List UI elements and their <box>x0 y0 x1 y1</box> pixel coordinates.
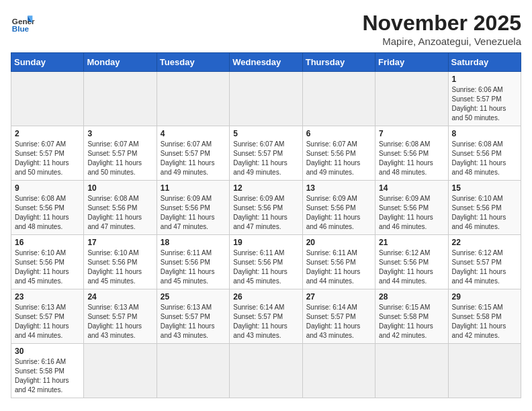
calendar-cell: 21Sunrise: 6:12 AM Sunset: 5:56 PM Dayli… <box>375 235 448 289</box>
calendar-cell: 26Sunrise: 6:14 AM Sunset: 5:57 PM Dayli… <box>230 289 302 344</box>
day-number: 13 <box>306 183 371 193</box>
day-info: Sunrise: 6:10 AM Sunset: 5:56 PM Dayligh… <box>15 248 80 286</box>
day-info: Sunrise: 6:14 AM Sunset: 5:57 PM Dayligh… <box>233 303 298 340</box>
day-info: Sunrise: 6:16 AM Sunset: 5:58 PM Dayligh… <box>15 357 80 395</box>
day-info: Sunrise: 6:10 AM Sunset: 5:56 PM Dayligh… <box>87 248 152 286</box>
calendar-week-1: 1Sunrise: 6:06 AM Sunset: 5:57 PM Daylig… <box>11 72 521 126</box>
calendar-cell: 29Sunrise: 6:15 AM Sunset: 5:58 PM Dayli… <box>448 289 521 344</box>
day-info: Sunrise: 6:07 AM Sunset: 5:57 PM Dayligh… <box>15 140 80 177</box>
day-number: 5 <box>233 129 298 138</box>
day-number: 27 <box>306 292 371 302</box>
calendar-cell: 1Sunrise: 6:06 AM Sunset: 5:57 PM Daylig… <box>448 72 521 126</box>
day-number: 1 <box>452 75 517 84</box>
calendar-cell <box>302 344 375 398</box>
calendar-week-3: 9Sunrise: 6:08 AM Sunset: 5:56 PM Daylig… <box>11 181 521 235</box>
logo-icon: General Blue <box>11 11 35 35</box>
day-number: 9 <box>15 183 80 193</box>
day-number: 30 <box>15 347 80 356</box>
calendar-cell <box>448 344 521 398</box>
day-number: 24 <box>87 292 152 302</box>
calendar-week-5: 23Sunrise: 6:13 AM Sunset: 5:57 PM Dayli… <box>11 289 521 344</box>
calendar-cell: 6Sunrise: 6:07 AM Sunset: 5:56 PM Daylig… <box>302 126 375 181</box>
calendar-cell <box>11 72 84 126</box>
day-info: Sunrise: 6:08 AM Sunset: 5:56 PM Dayligh… <box>87 194 152 232</box>
day-number: 4 <box>161 129 226 138</box>
day-info: Sunrise: 6:11 AM Sunset: 5:56 PM Dayligh… <box>161 248 226 286</box>
day-number: 14 <box>379 183 444 193</box>
calendar-cell: 17Sunrise: 6:10 AM Sunset: 5:56 PM Dayli… <box>84 235 157 289</box>
weekday-header-wednesday: Wednesday <box>230 53 302 72</box>
calendar-cell: 24Sunrise: 6:13 AM Sunset: 5:57 PM Dayli… <box>84 289 157 344</box>
day-info: Sunrise: 6:08 AM Sunset: 5:56 PM Dayligh… <box>15 194 80 232</box>
day-info: Sunrise: 6:07 AM Sunset: 5:57 PM Dayligh… <box>161 140 226 177</box>
page-header: General Blue November 2025 Mapire, Anzoa… <box>11 11 521 47</box>
day-number: 16 <box>15 238 80 247</box>
calendar-cell <box>84 344 157 398</box>
svg-text:Blue: Blue <box>12 24 30 33</box>
day-number: 29 <box>452 292 517 302</box>
weekday-header-tuesday: Tuesday <box>157 53 229 72</box>
day-number: 19 <box>233 238 298 247</box>
day-number: 8 <box>452 129 517 138</box>
calendar-cell: 11Sunrise: 6:09 AM Sunset: 5:56 PM Dayli… <box>157 181 229 235</box>
calendar-cell: 15Sunrise: 6:10 AM Sunset: 5:56 PM Dayli… <box>448 181 521 235</box>
day-info: Sunrise: 6:12 AM Sunset: 5:56 PM Dayligh… <box>379 248 444 286</box>
calendar-cell: 9Sunrise: 6:08 AM Sunset: 5:56 PM Daylig… <box>11 181 84 235</box>
calendar-cell: 12Sunrise: 6:09 AM Sunset: 5:56 PM Dayli… <box>230 181 302 235</box>
calendar-cell: 8Sunrise: 6:08 AM Sunset: 5:56 PM Daylig… <box>448 126 521 181</box>
calendar-table: SundayMondayTuesdayWednesdayThursdayFrid… <box>11 52 521 398</box>
weekday-header-thursday: Thursday <box>302 53 375 72</box>
day-info: Sunrise: 6:09 AM Sunset: 5:56 PM Dayligh… <box>161 194 226 232</box>
day-number: 22 <box>452 238 517 247</box>
day-info: Sunrise: 6:08 AM Sunset: 5:56 PM Dayligh… <box>379 140 444 177</box>
day-info: Sunrise: 6:13 AM Sunset: 5:57 PM Dayligh… <box>15 303 80 340</box>
day-number: 6 <box>306 129 371 138</box>
calendar-cell <box>157 72 229 126</box>
calendar-cell: 2Sunrise: 6:07 AM Sunset: 5:57 PM Daylig… <box>11 126 84 181</box>
calendar-cell <box>157 344 229 398</box>
calendar-cell: 10Sunrise: 6:08 AM Sunset: 5:56 PM Dayli… <box>84 181 157 235</box>
day-number: 2 <box>15 129 80 138</box>
day-info: Sunrise: 6:09 AM Sunset: 5:56 PM Dayligh… <box>233 194 298 232</box>
day-number: 11 <box>161 183 226 193</box>
calendar-cell: 18Sunrise: 6:11 AM Sunset: 5:56 PM Dayli… <box>157 235 229 289</box>
logo: General Blue <box>11 11 35 35</box>
calendar-cell: 7Sunrise: 6:08 AM Sunset: 5:56 PM Daylig… <box>375 126 448 181</box>
day-info: Sunrise: 6:12 AM Sunset: 5:57 PM Dayligh… <box>452 248 517 286</box>
calendar-cell: 23Sunrise: 6:13 AM Sunset: 5:57 PM Dayli… <box>11 289 84 344</box>
weekday-header-monday: Monday <box>84 53 157 72</box>
day-info: Sunrise: 6:07 AM Sunset: 5:57 PM Dayligh… <box>233 140 298 177</box>
day-info: Sunrise: 6:14 AM Sunset: 5:57 PM Dayligh… <box>306 303 371 340</box>
day-number: 10 <box>87 183 152 193</box>
weekday-row: SundayMondayTuesdayWednesdayThursdayFrid… <box>11 53 521 72</box>
calendar-body: 1Sunrise: 6:06 AM Sunset: 5:57 PM Daylig… <box>11 72 521 398</box>
day-info: Sunrise: 6:09 AM Sunset: 5:56 PM Dayligh… <box>379 194 444 232</box>
weekday-header-saturday: Saturday <box>448 53 521 72</box>
day-number: 15 <box>452 183 517 193</box>
calendar-cell <box>230 72 302 126</box>
day-number: 25 <box>161 292 226 302</box>
calendar-cell: 5Sunrise: 6:07 AM Sunset: 5:57 PM Daylig… <box>230 126 302 181</box>
day-info: Sunrise: 6:11 AM Sunset: 5:56 PM Dayligh… <box>233 248 298 286</box>
day-number: 26 <box>233 292 298 302</box>
calendar-cell <box>375 344 448 398</box>
day-info: Sunrise: 6:08 AM Sunset: 5:56 PM Dayligh… <box>452 140 517 177</box>
day-number: 17 <box>87 238 152 247</box>
calendar-cell: 14Sunrise: 6:09 AM Sunset: 5:56 PM Dayli… <box>375 181 448 235</box>
calendar-cell <box>84 72 157 126</box>
calendar-cell: 25Sunrise: 6:13 AM Sunset: 5:57 PM Dayli… <box>157 289 229 344</box>
calendar-cell: 30Sunrise: 6:16 AM Sunset: 5:58 PM Dayli… <box>11 344 84 398</box>
title-block: November 2025 Mapire, Anzoategui, Venezu… <box>362 11 521 47</box>
day-info: Sunrise: 6:11 AM Sunset: 5:56 PM Dayligh… <box>306 248 371 286</box>
day-info: Sunrise: 6:09 AM Sunset: 5:56 PM Dayligh… <box>306 194 371 232</box>
calendar-cell: 22Sunrise: 6:12 AM Sunset: 5:57 PM Dayli… <box>448 235 521 289</box>
calendar-cell: 28Sunrise: 6:15 AM Sunset: 5:58 PM Dayli… <box>375 289 448 344</box>
calendar-cell: 3Sunrise: 6:07 AM Sunset: 5:57 PM Daylig… <box>84 126 157 181</box>
day-number: 21 <box>379 238 444 247</box>
weekday-header-sunday: Sunday <box>11 53 84 72</box>
calendar-cell <box>375 72 448 126</box>
calendar-cell: 4Sunrise: 6:07 AM Sunset: 5:57 PM Daylig… <box>157 126 229 181</box>
day-info: Sunrise: 6:06 AM Sunset: 5:57 PM Dayligh… <box>452 85 517 123</box>
day-number: 28 <box>379 292 444 302</box>
day-info: Sunrise: 6:10 AM Sunset: 5:56 PM Dayligh… <box>452 194 517 232</box>
